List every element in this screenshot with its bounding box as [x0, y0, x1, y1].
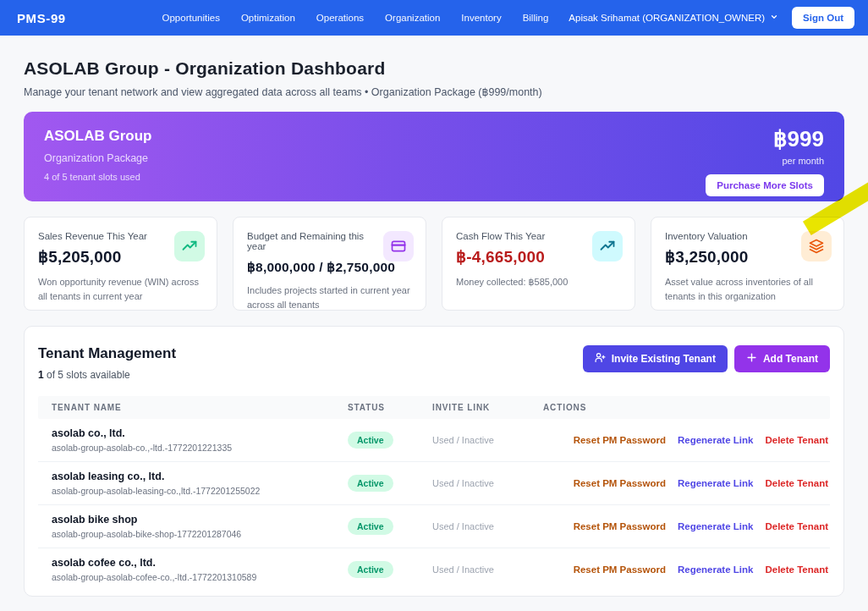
column-header-actions: ACTIONS	[543, 403, 830, 412]
regenerate-link-link[interactable]: Regenerate Link	[678, 521, 753, 531]
table-row: asolab co., ltd. asolab-group-asolab-co.…	[38, 419, 830, 462]
nav-item[interactable]: Inventory	[461, 13, 501, 23]
stat-description: Won opportunity revenue (WIN) across all…	[38, 275, 205, 303]
panel-header-left: Tenant Management 1 of 5 slots available	[38, 345, 176, 381]
stat-card-cash-flow: Cash Flow This Year ฿-4,665,000 Money co…	[442, 217, 635, 311]
user-name: Apisak Srihamat (ORGANIZATION_OWNER)	[569, 13, 765, 23]
page-title: ASOLAB Group - Organization Dashboard	[24, 58, 844, 79]
chevron-down-icon	[770, 13, 778, 23]
delete-tenant-link[interactable]: Delete Tenant	[765, 564, 828, 575]
status-badge: Active	[348, 475, 393, 492]
tenant-slug: asolab-group-asolab-co.,-ltd.-1772201221…	[52, 443, 348, 453]
stat-description: Includes projects started in current yea…	[247, 283, 414, 311]
tenant-slug: asolab-group-asolab-bike-shop-1772201287…	[52, 529, 348, 539]
tenant-name-cell: asolab bike shop asolab-group-asolab-bik…	[38, 514, 348, 539]
status-cell: Active	[348, 518, 432, 535]
sign-out-button[interactable]: Sign Out	[792, 7, 854, 29]
actions-cell: Reset PM Password Regenerate Link Delete…	[543, 521, 830, 531]
invite-link-status: Used / Inactive	[432, 478, 543, 488]
invite-link-status: Used / Inactive	[432, 435, 543, 445]
nav-item[interactable]: Opportunities	[162, 13, 220, 23]
stats-row: Sales Revenue This Year ฿5,205,000 Won o…	[24, 217, 844, 311]
delete-tenant-link[interactable]: Delete Tenant	[765, 435, 828, 445]
table-row: asolab leasing co., ltd. asolab-group-as…	[38, 462, 830, 505]
regenerate-link-link[interactable]: Regenerate Link	[678, 478, 753, 488]
status-badge: Active	[348, 432, 393, 449]
invite-button-label: Invite Existing Tenant	[612, 353, 716, 365]
status-badge: Active	[348, 561, 393, 578]
add-button-label: Add Tenant	[763, 353, 818, 365]
actions-cell: Reset PM Password Regenerate Link Delete…	[543, 564, 830, 575]
tenant-name: asolab cofee co., ltd.	[52, 557, 348, 569]
package-price: ฿999	[706, 128, 824, 150]
banner-left: ASOLAB Group Organization Package 4 of 5…	[44, 128, 152, 185]
regenerate-link-link[interactable]: Regenerate Link	[678, 564, 753, 575]
status-cell: Active	[348, 561, 432, 578]
reset-pm-password-link[interactable]: Reset PM Password	[574, 521, 666, 531]
tenant-name: asolab co., ltd.	[52, 427, 348, 439]
table-body: asolab co., ltd. asolab-group-asolab-co.…	[38, 419, 830, 591]
stat-card-sales-revenue: Sales Revenue This Year ฿5,205,000 Won o…	[24, 217, 217, 311]
trending-up-icon	[592, 231, 623, 261]
column-header-tenant-name: TENANT NAME	[38, 403, 348, 412]
app-logo: PMS-99	[17, 11, 66, 25]
tenant-name-cell: asolab co., ltd. asolab-group-asolab-co.…	[38, 427, 348, 453]
package-name: Organization Package	[44, 152, 152, 164]
delete-tenant-link[interactable]: Delete Tenant	[765, 521, 828, 531]
invite-existing-tenant-button[interactable]: Invite Existing Tenant	[583, 345, 728, 372]
page-subtitle: Manage your tenant network and view aggr…	[24, 85, 844, 98]
tenant-name: asolab bike shop	[52, 514, 348, 526]
slots-available-text: of 5 slots available	[44, 369, 130, 381]
status-cell: Active	[348, 432, 432, 449]
nav-item[interactable]: Billing	[523, 13, 549, 23]
column-header-status: STATUS	[348, 403, 432, 412]
slots-available-label: 1 of 5 slots available	[38, 369, 176, 381]
price-period: per month	[706, 156, 824, 166]
tenant-table: TENANT NAME STATUS INVITE LINK ACTIONS a…	[38, 396, 830, 591]
panel-header: Tenant Management 1 of 5 slots available…	[38, 340, 830, 384]
table-row: asolab cofee co., ltd. asolab-group-asol…	[38, 548, 830, 591]
organization-package-banner: ASOLAB Group Organization Package 4 of 5…	[24, 112, 844, 201]
tenant-slug: asolab-group-asolab-cofee-co.,-ltd.-1772…	[52, 572, 348, 582]
actions-cell: Reset PM Password Regenerate Link Delete…	[543, 478, 830, 488]
nav-item[interactable]: Optimization	[241, 13, 295, 23]
nav-item[interactable]: Organization	[385, 13, 440, 23]
main-content: ASOLAB Group - Organization Dashboard Ma…	[0, 58, 868, 597]
tenant-management-panel: Tenant Management 1 of 5 slots available…	[24, 326, 844, 597]
stat-description: Asset value across inventories of all te…	[665, 275, 832, 303]
tenant-name: asolab leasing co., ltd.	[52, 471, 348, 482]
table-header-row: TENANT NAME STATUS INVITE LINK ACTIONS	[38, 396, 830, 419]
stat-card-inventory-valuation: Inventory Valuation ฿3,250,000 Asset val…	[651, 217, 844, 311]
panel-title: Tenant Management	[38, 345, 176, 362]
plus-icon	[746, 352, 757, 366]
reset-pm-password-link[interactable]: Reset PM Password	[574, 478, 666, 488]
stat-card-budget: Budget and Remaining this year ฿8,000,00…	[233, 217, 426, 311]
trending-up-icon	[174, 231, 205, 261]
regenerate-link-link[interactable]: Regenerate Link	[678, 435, 753, 445]
panel-buttons: Invite Existing Tenant Add Tenant	[583, 345, 830, 372]
column-header-invite-link: INVITE LINK	[432, 403, 543, 412]
stat-description: Money collected: ฿585,000	[456, 275, 623, 289]
stat-value: ฿8,000,000 / ฿2,750,000	[247, 260, 414, 275]
add-tenant-button[interactable]: Add Tenant	[734, 345, 830, 372]
nav-item[interactable]: Operations	[316, 13, 364, 23]
purchase-more-slots-button[interactable]: Purchase More Slots	[706, 174, 824, 196]
reset-pm-password-link[interactable]: Reset PM Password	[574, 435, 666, 445]
tenant-name-cell: asolab cofee co., ltd. asolab-group-asol…	[38, 557, 348, 582]
user-menu[interactable]: Apisak Srihamat (ORGANIZATION_OWNER)	[569, 13, 778, 23]
organization-name: ASOLAB Group	[44, 128, 152, 145]
tenant-name-cell: asolab leasing co., ltd. asolab-group-as…	[38, 471, 348, 496]
user-plus-icon	[595, 352, 606, 366]
layers-icon	[801, 231, 832, 261]
banner-right: ฿999 per month Purchase More Slots	[706, 128, 824, 185]
reset-pm-password-link[interactable]: Reset PM Password	[574, 564, 666, 575]
status-badge: Active	[348, 518, 393, 535]
delete-tenant-link[interactable]: Delete Tenant	[765, 478, 828, 488]
top-nav: PMS-99 Opportunities Optimization Operat…	[0, 0, 868, 36]
invite-link-status: Used / Inactive	[432, 521, 543, 531]
nav-links: Opportunities Optimization Operations Or…	[162, 13, 549, 23]
slots-available-count: 1	[38, 369, 44, 381]
tenant-slug: asolab-group-asolab-leasing-co.,ltd.-177…	[52, 486, 348, 496]
actions-cell: Reset PM Password Regenerate Link Delete…	[543, 435, 830, 445]
credit-card-icon	[383, 231, 414, 261]
